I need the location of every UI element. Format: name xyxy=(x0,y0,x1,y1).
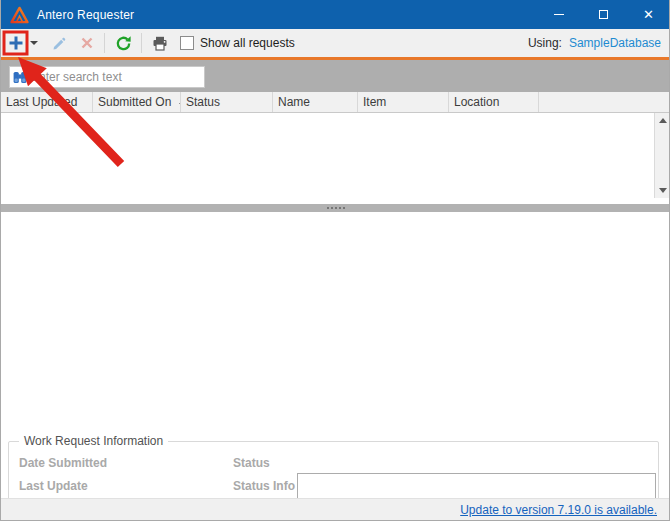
scroll-up-icon xyxy=(659,118,667,123)
print-button[interactable] xyxy=(148,31,172,55)
request-grid-body[interactable] xyxy=(1,113,670,204)
column-header-name[interactable]: Name xyxy=(273,92,358,112)
delete-x-icon xyxy=(80,36,94,50)
show-all-requests-checkbox[interactable] xyxy=(180,36,194,50)
window-title: Antero Requester xyxy=(37,8,134,22)
group-legend: Work Request Information xyxy=(19,434,168,448)
scroll-up-button[interactable] xyxy=(655,113,670,128)
column-header-last-updated[interactable]: Last Updated xyxy=(1,92,93,112)
column-header-location[interactable]: Location xyxy=(449,92,539,112)
minimize-button[interactable] xyxy=(536,0,581,29)
show-all-requests-label: Show all requests xyxy=(200,36,295,50)
title-bar: Antero Requester ✕ xyxy=(1,0,670,29)
search-band xyxy=(1,60,670,92)
column-header-item[interactable]: Item xyxy=(358,92,449,112)
status-label: Status xyxy=(233,456,270,470)
printer-icon xyxy=(152,36,168,51)
close-icon: ✕ xyxy=(643,8,654,21)
app-window: Antero Requester ✕ xyxy=(0,0,670,521)
toolbar: Show all requests Using: SampleDatabase xyxy=(1,29,670,57)
chevron-down-icon xyxy=(30,41,38,45)
database-link[interactable]: SampleDatabase xyxy=(569,36,661,50)
column-header-submitted-on[interactable]: Submitted On xyxy=(93,92,181,112)
toolbar-separator xyxy=(141,33,142,53)
last-update-label: Last Update xyxy=(19,479,88,493)
caption-buttons: ✕ xyxy=(536,0,670,29)
update-version-link[interactable]: Update to version 7.19.0 is available. xyxy=(460,503,657,517)
delete-request-button[interactable] xyxy=(76,31,98,55)
pencil-icon xyxy=(51,36,66,51)
status-info-label: Status Info xyxy=(233,479,295,493)
detail-panel: Work Request Information Date Submitted … xyxy=(1,212,670,498)
refresh-icon xyxy=(115,35,132,52)
minimize-icon xyxy=(554,14,564,15)
plus-icon xyxy=(8,35,24,51)
antero-logo-icon xyxy=(10,6,29,24)
maximize-icon xyxy=(599,10,608,19)
binoculars-search-icon xyxy=(13,71,27,84)
database-indicator: Using: SampleDatabase xyxy=(528,36,661,50)
toolbar-separator xyxy=(104,33,105,53)
scroll-down-button[interactable] xyxy=(655,183,670,198)
using-label: Using: xyxy=(528,36,562,50)
status-bar: Update to version 7.19.0 is available. xyxy=(1,498,670,521)
horizontal-splitter[interactable] xyxy=(1,204,670,212)
column-header-filler xyxy=(539,92,670,112)
close-button[interactable]: ✕ xyxy=(626,0,670,29)
add-dropdown-button[interactable] xyxy=(28,31,40,55)
maximize-button[interactable] xyxy=(581,0,626,29)
search-input[interactable] xyxy=(27,68,204,86)
grid-column-headers: Last Updated Submitted On Status Name It… xyxy=(1,92,670,113)
scroll-down-icon xyxy=(659,188,667,193)
grid-vertical-scrollbar[interactable] xyxy=(654,113,670,198)
refresh-button[interactable] xyxy=(111,31,135,55)
edit-request-button[interactable] xyxy=(47,31,69,55)
search-box[interactable] xyxy=(9,66,205,88)
column-header-status[interactable]: Status xyxy=(181,92,273,112)
add-request-button[interactable] xyxy=(4,31,28,55)
date-submitted-label: Date Submitted xyxy=(19,456,107,470)
